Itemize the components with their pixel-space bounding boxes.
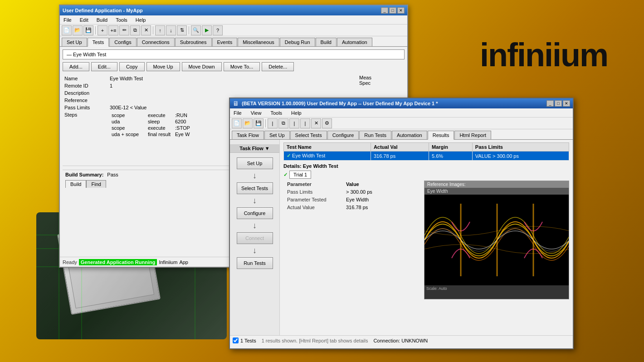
tab-tests[interactable]: Tests (88, 38, 109, 47)
result-testname-text: Eye Width Test (292, 153, 325, 158)
tab-configs[interactable]: Configs (109, 38, 136, 46)
toolbar-run[interactable]: ▶ (202, 25, 212, 35)
beta-menu-view[interactable]: View (249, 110, 263, 116)
test-name-display: — Eye Width Test (63, 49, 405, 59)
toolbar-edit[interactable]: ✏ (119, 25, 129, 35)
trial-1-tab[interactable]: Trial 1 (289, 171, 311, 179)
beta-tab-results[interactable]: Results (428, 131, 454, 140)
results-table: Test Name Actual Val Margin Pass Limits … (283, 142, 569, 161)
tests-count: 1 Tests (240, 338, 256, 343)
tab-subroutines[interactable]: Subroutines (175, 38, 212, 46)
beta-tab-runtests[interactable]: Run Tests (359, 131, 391, 139)
menu-help[interactable]: Help (134, 17, 148, 23)
move-down-button[interactable]: Move Down (182, 62, 222, 71)
menu-file[interactable]: File (62, 17, 73, 23)
build-tab-find[interactable]: Find (86, 180, 106, 188)
name-label: Name (63, 75, 108, 82)
beta-minimize-button[interactable]: _ (546, 100, 554, 107)
beta-window: 🖥 (BETA VERSION 1.00.0009) User Defined … (229, 98, 574, 349)
beta-titlebar-controls: _ □ ✕ (546, 100, 570, 107)
beta-toolbar-new[interactable]: 📄 (232, 118, 242, 128)
toolbar-add2[interactable]: +≡ (108, 25, 118, 35)
beta-toolbar-btn1[interactable]: | (268, 118, 278, 128)
task-step-connect[interactable]: Connect (237, 232, 273, 244)
task-step-configure[interactable]: Configure (237, 207, 273, 219)
beta-menu-help[interactable]: Help (289, 110, 303, 116)
main-toolbar: 📄 📂 💾 + +≡ ✏ ⧉ ✕ ↑ ↓ ⇅ 🔍 ▶ ? (60, 24, 407, 36)
toolbar-add[interactable]: + (98, 25, 107, 35)
tab-debugrun[interactable]: Debug Run (280, 38, 315, 46)
beta-menu-tools[interactable]: Tools (268, 110, 284, 116)
toolbar-move[interactable]: ⇅ (177, 25, 187, 35)
beta-tab-configure[interactable]: Configure (327, 131, 359, 139)
toolbar-delete[interactable]: ✕ (141, 25, 151, 35)
param-row-0: Pass Limits > 300.00 ps (283, 188, 376, 196)
toolbar-help[interactable]: ? (213, 25, 223, 35)
toolbar-down[interactable]: ↓ (166, 25, 176, 35)
flow-arrow-1: ↓ (253, 171, 257, 181)
tab-build[interactable]: Build (316, 38, 337, 46)
status-message: 1 results shown. [Html Report] tab shows… (262, 338, 368, 343)
beta-window-title: (BETA VERSION 1.00.0009) User Defined My… (242, 101, 438, 106)
toolbar-save[interactable]: 💾 (83, 25, 93, 35)
tab-miscellaneous[interactable]: Miscellaneous (238, 38, 279, 46)
beta-maximize-button[interactable]: □ (555, 100, 562, 107)
tab-setup[interactable]: Set Up (62, 38, 87, 46)
main-menu-bar: File Edit Build Tools Help (60, 15, 407, 24)
beta-toolbar-sep1 (265, 119, 266, 127)
close-button[interactable]: ✕ (397, 7, 405, 14)
copy-button[interactable]: Copy (119, 62, 145, 71)
toolbar-open[interactable]: 📂 (73, 25, 83, 35)
col-header-margin: Margin (429, 143, 472, 152)
status-running: Generated Application Running (79, 259, 157, 265)
toolbar-new[interactable]: 📄 (62, 25, 72, 35)
beta-toolbar-btn3[interactable]: | (289, 118, 299, 128)
beta-tab-automation[interactable]: Automation (392, 131, 427, 139)
edit-button[interactable]: Edit... (91, 62, 117, 71)
beta-menu-file[interactable]: File (232, 110, 244, 116)
col-header-testname: Test Name (284, 143, 371, 152)
build-summary-label: Build Summary: (65, 172, 103, 177)
task-flow-header[interactable]: Task Flow ▼ (230, 144, 279, 153)
task-step-runtests[interactable]: Run Tests (237, 257, 273, 269)
beta-close-button[interactable]: ✕ (563, 100, 570, 107)
measure-label: Meas (359, 75, 405, 80)
beta-tab-selecttests[interactable]: Select Tests (290, 131, 327, 139)
beta-toolbar-btn2[interactable]: ⧉ (278, 118, 288, 128)
tab-events[interactable]: Events (212, 38, 238, 46)
menu-build[interactable]: Build (95, 17, 109, 23)
beta-toolbar-open[interactable]: 📂 (243, 118, 253, 128)
action-buttons-row: Add... Edit... Copy Move Up Move Down Mo… (63, 62, 405, 71)
status-infiniium: Infiniium (159, 259, 177, 265)
toolbar-search[interactable]: 🔍 (191, 25, 201, 35)
beta-toolbar-cancel[interactable]: ✕ (311, 118, 321, 128)
move-to-button[interactable]: Move To... (224, 62, 260, 71)
minimize-button[interactable]: _ (381, 7, 388, 14)
beta-right-content: Test Name Actual Val Margin Pass Limits … (280, 140, 573, 335)
result-row-0[interactable]: ✓ Eye Width Test 316.78 ps 5.6% VALUE > … (284, 152, 569, 161)
menu-tools[interactable]: Tools (114, 17, 129, 23)
delete-button[interactable]: Delete... (262, 62, 294, 71)
add-button[interactable]: Add... (63, 62, 89, 71)
toolbar-up[interactable]: ↑ (155, 25, 165, 35)
toolbar-copy[interactable]: ⧉ (130, 25, 140, 35)
param-value-1: Eye Width (342, 196, 376, 204)
task-step-selecttests[interactable]: Select Tests (237, 182, 273, 194)
eye-diagram-area: Reference Images: Eye Width (424, 181, 569, 299)
eye-diagram-svg (424, 195, 569, 285)
tab-automation[interactable]: Automation (337, 38, 372, 46)
move-up-button[interactable]: Move Up (146, 62, 180, 71)
tests-checkbox[interactable] (233, 338, 239, 343)
beta-toolbar-btn4[interactable]: | (300, 118, 310, 128)
beta-toolbar-save[interactable]: 💾 (254, 118, 263, 128)
beta-tab-taskflow[interactable]: Task Flow (232, 131, 264, 139)
menu-edit[interactable]: Edit (78, 17, 90, 23)
build-tab-build[interactable]: Build (65, 180, 86, 188)
tab-connections[interactable]: Connections (137, 38, 175, 46)
task-step-setup[interactable]: Set Up (237, 157, 273, 169)
beta-tab-htmlreport[interactable]: Html Report (454, 131, 491, 139)
beta-toolbar-btn5[interactable]: ⚙ (322, 118, 332, 128)
beta-tab-setup[interactable]: Set Up (264, 131, 290, 139)
result-passlimits: VALUE > 300.00 ps (472, 152, 569, 161)
maximize-button[interactable]: □ (389, 7, 396, 14)
